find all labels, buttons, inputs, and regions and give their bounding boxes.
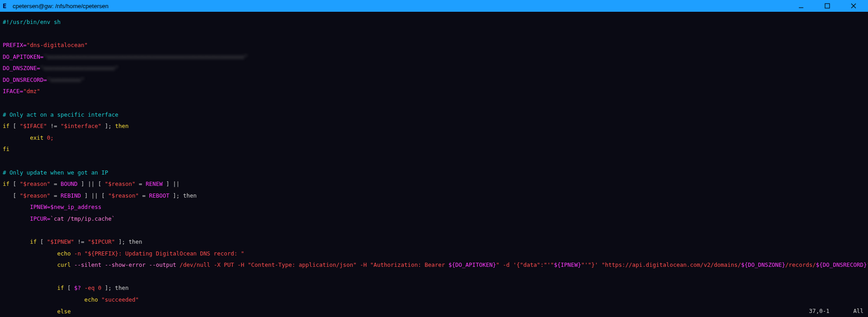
scroll-indicator: All <box>853 308 863 314</box>
window-titlebar: E cpetersen@gw: /nfs/home/cpetersen <box>0 0 868 12</box>
vim-status: 37,0-1 All <box>802 303 863 314</box>
comment-update: # Only update when we got an IP <box>3 169 108 176</box>
window-buttons <box>792 0 866 12</box>
svg-rect-1 <box>825 4 830 8</box>
prefix-key: PREFIX= <box>3 42 27 48</box>
minimize-button[interactable] <box>792 0 810 12</box>
prefix-val: "dns-digitalocean" <box>27 42 88 48</box>
cursor-position: 37,0-1 <box>809 308 830 314</box>
dnsrecord-val: "xxxxxxxxx" <box>47 76 85 83</box>
editor-pane[interactable]: #!/usr/bin/env sh PREFIX="dns-digitaloce… <box>0 12 868 317</box>
iface-val: "dmz" <box>23 88 40 95</box>
iface-key: IFACE= <box>3 88 23 95</box>
dnszone-val: "xxxxxxxxxxxxxxxxxxxxx" <box>40 65 118 71</box>
apitoken-val: "xxxxxxxxxxxxxxxxxxxxxxxxxxxxxxxxxxxxxxx… <box>43 53 248 60</box>
dnszone-key: DO_DNSZONE= <box>3 65 40 71</box>
window-title: cpetersen@gw: /nfs/home/cpetersen <box>13 3 108 9</box>
close-button[interactable] <box>844 0 863 12</box>
dnsrecord-key: DO_DNSRECORD= <box>3 76 47 83</box>
maximize-button[interactable] <box>818 0 836 12</box>
apitoken-key: DO_APITOKEN= <box>3 53 43 60</box>
app-icon: E <box>3 2 10 9</box>
shebang: #!/usr/bin/env sh <box>3 19 61 25</box>
comment-iface: # Only act on a specific interface <box>3 111 118 118</box>
